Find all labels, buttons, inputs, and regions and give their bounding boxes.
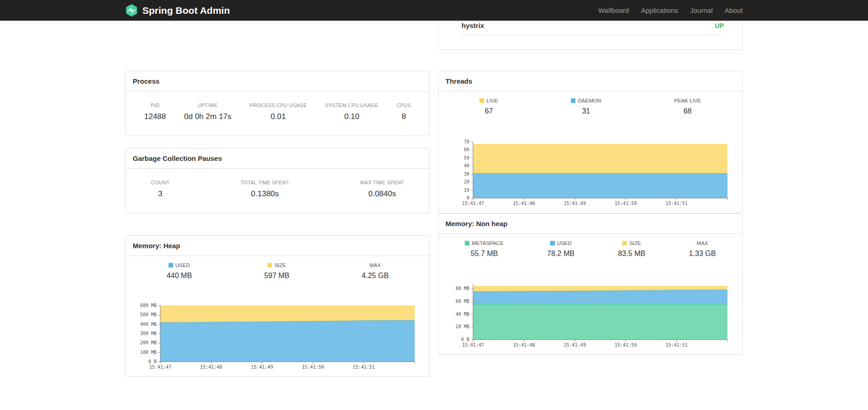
memory-nonheap-panel-title: Memory: Non heap [439,214,742,234]
svg-text:15:41:49: 15:41:49 [564,201,586,206]
legend-value: 31 [571,107,601,115]
legend-value: 55.7 MB [465,250,503,258]
svg-text:15:41:47: 15:41:47 [462,201,484,206]
process-panel-title: Process [126,71,429,91]
legend-label: MAX [362,262,389,268]
metaspace-legend-swatch-icon [465,241,469,245]
metric-label: UPTIME [184,102,231,108]
legend-label: USED [175,262,190,268]
legend-item-live: LIVE 67 [479,98,498,115]
legend-value: 78.2 MB [547,250,575,258]
metric-process-cpu-usage: PROCESS CPU USAGE 0.01 [249,102,307,121]
nav-item-about[interactable]: About [719,6,743,14]
nav-item-journal[interactable]: Journal [684,6,719,14]
legend-item-metaspace: METASPACE 55.7 MB [465,240,503,258]
svg-text:15:41:51: 15:41:51 [665,342,688,347]
memory-heap-chart: 0 B100 MB200 MB300 MB400 MB500 MB600 MB1… [136,302,419,371]
daemon-legend-swatch-icon [571,98,575,103]
size-legend-swatch-icon [622,241,627,245]
gc-panel-title: Garbage Collection Pauses [126,148,429,169]
legend-value: 440 MB [167,272,192,280]
svg-text:15:41:49: 15:41:49 [564,342,586,347]
metric-label: COUNT [151,180,169,185]
memory-nonheap-chart: 0 B20 MB40 MB60 MB80 MB15:41:4715:41:481… [449,280,732,349]
svg-text:400 MB: 400 MB [140,322,156,327]
svg-text:60 MB: 60 MB [455,299,469,304]
memory-heap-panel-title: Memory: Heap [126,236,429,256]
legend-item-size: SIZE 597 MB [264,262,289,280]
metric-gc-total-time: TOTAL TIME SPENT 0.1380s [241,180,289,199]
legend-label: PEAK LIVE [674,98,701,103]
svg-text:40: 40 [463,163,469,168]
memory-heap-panel: Memory: Heap USED 440 MB SIZE 597 MB MAX [125,235,430,377]
svg-text:15:41:51: 15:41:51 [353,364,375,370]
metric-value: 12488 [144,112,166,121]
svg-text:15:41:47: 15:41:47 [149,364,171,370]
metric-value: 0.10 [325,112,378,121]
svg-text:10: 10 [463,188,469,193]
metric-pid: PID 12488 [144,102,166,121]
right-column: hystrix UP Threads LIVE 67 DAEMON 31 [438,0,743,355]
threads-legend: LIVE 67 DAEMON 31 PEAK LIVE 68 [439,91,742,115]
svg-text:20 MB: 20 MB [455,324,469,329]
svg-text:200 MB: 200 MB [140,340,156,345]
garbage-collection-panel: Garbage Collection Pauses COUNT 3 TOTAL … [125,148,430,213]
nav-item-wallboard[interactable]: Wallboard [592,6,635,14]
gc-metrics: COUNT 3 TOTAL TIME SPENT 0.1380s MAX TIM… [126,169,429,199]
left-column: Process PID 12488 UPTIME 0d 0h 2m 17s PR… [125,0,430,377]
metric-system-cpu-usage: SYSTEM CPU USAGE 0.10 [325,102,378,121]
process-metrics: PID 12488 UPTIME 0d 0h 2m 17s PROCESS CP… [126,91,429,121]
legend-value: 597 MB [264,272,289,280]
legend-item-max: MAX 1.33 GB [689,240,716,258]
metric-label: MAX TIME SPENT [360,180,404,185]
metric-uptime: UPTIME 0d 0h 2m 17s [184,102,231,121]
memory-heap-chart-area: 0 B100 MB200 MB300 MB400 MB500 MB600 MB1… [126,299,429,376]
metric-value: 3 [151,189,169,199]
svg-text:50: 50 [463,155,469,160]
svg-text:15:41:47: 15:41:47 [462,342,484,347]
legend-value: 67 [479,107,498,115]
metric-label: PID [144,102,166,108]
svg-text:15:41:49: 15:41:49 [251,364,273,370]
navbar: Spring Boot Admin Wallboard Applications… [0,0,868,21]
svg-text:500 MB: 500 MB [140,312,156,317]
brand-title: Spring Boot Admin [142,5,230,16]
svg-text:80 MB: 80 MB [455,286,469,291]
memory-heap-legend: USED 440 MB SIZE 597 MB MAX 4.25 GB [126,256,429,280]
application-row[interactable]: hystrix UP [462,19,724,35]
legend-label: SIZE [274,262,286,268]
legend-label: METASPACE [472,240,503,246]
metric-value: 8 [397,112,411,121]
svg-text:30: 30 [463,171,469,177]
svg-text:0: 0 [466,195,469,200]
live-legend-swatch-icon [479,98,484,103]
legend-item-used: USED 78.2 MB [547,240,575,258]
metric-gc-count: COUNT 3 [151,180,169,199]
memory-nonheap-panel: Memory: Non heap METASPACE 55.7 MB USED … [438,213,743,355]
svg-text:15:41:48: 15:41:48 [513,201,535,206]
metric-gc-max-time: MAX TIME SPENT 0.0840s [360,180,404,199]
metric-cpus: CPUS 8 [397,102,411,121]
threads-panel-title: Threads [439,71,742,91]
memory-nonheap-legend: METASPACE 55.7 MB USED 78.2 MB SIZE 83.5… [439,234,742,258]
application-status-badge: UP [715,22,724,29]
brand-link[interactable]: Spring Boot Admin [125,4,230,17]
threads-chart-area: 01020304050607015:41:4715:41:4815:41:491… [439,136,742,213]
metric-value: 0.0840s [360,189,404,199]
metric-value: 0.1380s [241,189,289,199]
svg-text:600 MB: 600 MB [140,303,156,308]
nav-links: Wallboard Applications Journal About [592,6,743,14]
svg-text:0 B: 0 B [461,337,469,342]
metric-label: CPUS [397,102,411,108]
main-content: Process PID 12488 UPTIME 0d 0h 2m 17s PR… [125,0,743,377]
legend-item-daemon: DAEMON 31 [571,98,601,115]
metric-value: 0d 0h 2m 17s [184,112,231,121]
metric-label: PROCESS CPU USAGE [249,102,307,108]
svg-text:15:41:48: 15:41:48 [200,364,222,370]
legend-label: USED [557,240,572,246]
svg-text:15:41:50: 15:41:50 [302,364,324,370]
legend-item-size: SIZE 83.5 MB [618,240,646,258]
nav-item-applications[interactable]: Applications [635,6,684,14]
legend-label: DAEMON [578,98,601,103]
threads-chart: 01020304050607015:41:4715:41:4815:41:491… [449,138,732,207]
